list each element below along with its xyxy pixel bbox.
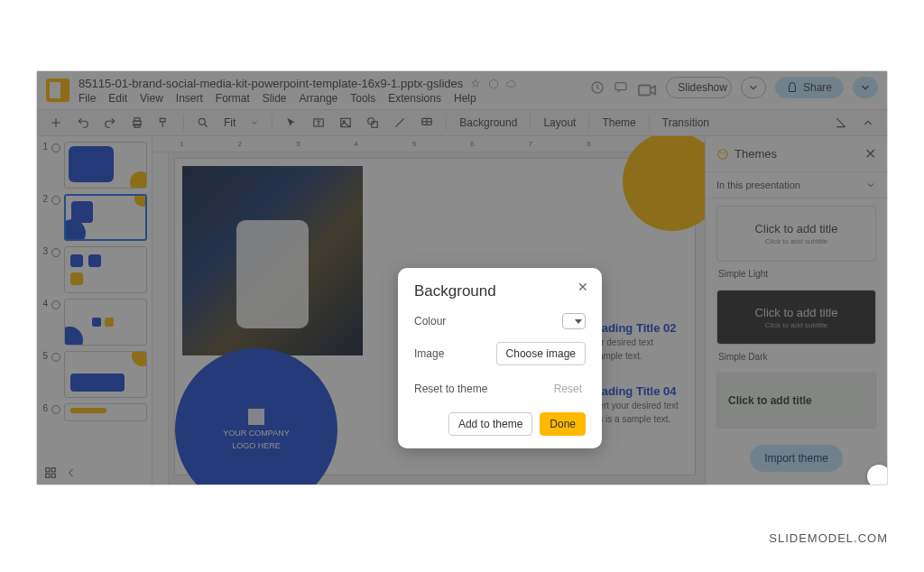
colour-picker[interactable] [562,313,586,329]
app-window: 85115-01-brand-social-media-kit-powerpoi… [36,70,888,485]
chevron-down-icon [575,319,582,324]
colour-label: Colour [414,315,446,328]
reset-button[interactable]: Reset [550,378,586,400]
done-button[interactable]: Done [540,412,586,436]
image-label: Image [414,347,444,360]
explore-fab[interactable] [867,465,888,485]
choose-image-button[interactable]: Choose image [496,342,586,365]
add-to-theme-button[interactable]: Add to theme [448,412,532,436]
dialog-title: Background [414,282,586,300]
reset-label: Reset to theme [414,383,487,395]
background-dialog: Background ✕ Colour Image Choose image R… [398,268,602,448]
watermark: SLIDEMODEL.COM [769,531,888,545]
dialog-close-button[interactable]: ✕ [577,281,589,293]
